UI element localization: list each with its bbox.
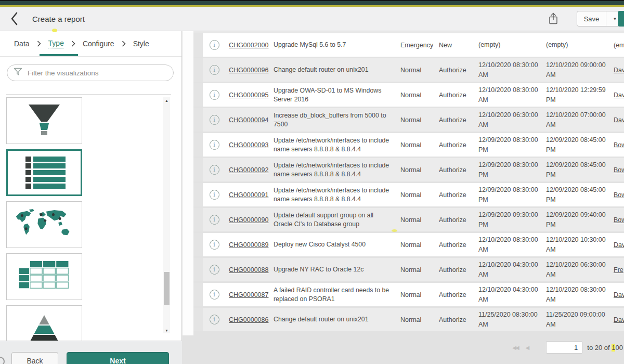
- viz-scrollbar[interactable]: ▲ ▼: [163, 97, 170, 333]
- change-number-link[interactable]: CHG0000095: [229, 92, 268, 99]
- short-description: Upgrade NY RAC to Oracle 12c: [274, 265, 363, 274]
- info-icon[interactable]: i: [210, 190, 219, 200]
- row-info-cell: i: [203, 33, 226, 57]
- short-description-cell: Change default router on unix201: [271, 308, 398, 331]
- planned-start-cell: 12/10/2020 06:30:00AM: [476, 108, 543, 132]
- assigned-to-link[interactable]: Fre: [614, 266, 623, 274]
- planned-end-cell: 12/10/2020 10:30:00AM: [543, 233, 610, 256]
- page-number-input[interactable]: [546, 341, 582, 354]
- assigned-to-cell: Bow: [610, 133, 624, 157]
- assigned-to-link[interactable]: Bow: [614, 141, 624, 149]
- assigned-to-link[interactable]: Bow: [614, 216, 624, 224]
- short-description: Upgrade MySql 5.6 to 5.7: [274, 41, 346, 49]
- change-number-link[interactable]: CHG0000088: [229, 266, 268, 274]
- info-icon[interactable]: i: [210, 90, 219, 100]
- short-description: Increase db_block_buffers from 5000 to 7…: [274, 111, 394, 128]
- scroll-down-icon[interactable]: ▼: [163, 327, 170, 333]
- change-number-link[interactable]: CHG0000094: [229, 116, 268, 124]
- viz-world-map[interactable]: [6, 201, 82, 248]
- assigned-to-cell: Dav: [610, 308, 624, 331]
- planned-end-value: 11/25/2020 09:00:00AM: [546, 310, 605, 329]
- assigned-to-link[interactable]: Dav: [614, 116, 624, 124]
- clipped-teal-button[interactable]: [618, 11, 624, 27]
- state-cell: Authorize: [436, 83, 476, 107]
- next-button[interactable]: Next: [67, 352, 169, 364]
- state-value: Authorize: [439, 266, 466, 274]
- info-icon[interactable]: i: [210, 65, 219, 75]
- step-configure[interactable]: Configure: [77, 31, 120, 56]
- row-info-cell: i: [203, 258, 226, 281]
- previous-page-icon[interactable]: ◀: [526, 345, 530, 350]
- viz-bar-list[interactable]: [6, 149, 82, 196]
- assigned-to-link[interactable]: Bow: [614, 166, 624, 174]
- change-number-link[interactable]: CHG0000091: [229, 191, 268, 199]
- help-icon[interactable]: [0, 357, 5, 364]
- back-chevron-icon[interactable]: [7, 10, 21, 27]
- info-icon[interactable]: i: [210, 40, 219, 50]
- info-icon[interactable]: i: [210, 290, 219, 300]
- step-type[interactable]: Type: [43, 31, 70, 56]
- viz-pyramid[interactable]: [6, 305, 82, 341]
- info-icon[interactable]: i: [210, 140, 219, 150]
- step-style[interactable]: Style: [127, 31, 155, 56]
- change-number-cell: CHG0002000: [226, 33, 271, 57]
- planned-end-value: 12/09/2020 08:45:00PM: [546, 160, 606, 179]
- share-icon[interactable]: [547, 11, 560, 27]
- assigned-to-link[interactable]: Bow: [614, 191, 624, 199]
- short-description: Update /etc/network/interfaces to includ…: [274, 136, 394, 153]
- change-number-link[interactable]: CHG0000087: [229, 291, 268, 298]
- scroll-up-icon[interactable]: ▲: [163, 97, 170, 103]
- assigned-to-cell: (empty): [610, 33, 624, 57]
- type-cell: Normal: [398, 233, 436, 256]
- assigned-to-link[interactable]: Dav: [614, 241, 624, 249]
- change-number-link[interactable]: CHG0000086: [229, 316, 268, 323]
- short-description-cell: Update /etc/network/interfaces to includ…: [271, 133, 398, 157]
- short-description: Update /etc/network/interfaces to includ…: [274, 186, 394, 203]
- first-page-icon[interactable]: ◀◀: [512, 345, 518, 350]
- assigned-to-link[interactable]: Dav: [614, 291, 624, 298]
- info-icon[interactable]: i: [210, 115, 219, 125]
- planned-end-cell: (empty): [543, 33, 610, 57]
- assigned-to-link[interactable]: Dav: [614, 316, 624, 323]
- table-row: i CHG0000089 Deploy new Cisco Catalyst 4…: [193, 233, 624, 256]
- change-number-link[interactable]: CHG0000093: [229, 141, 268, 149]
- assigned-to-link[interactable]: Dav: [614, 92, 624, 99]
- change-number-link[interactable]: CHG0000092: [229, 166, 268, 174]
- row-gutter: [193, 283, 203, 306]
- table-row: i CHG0000088 Upgrade NY RAC to Oracle 12…: [193, 258, 624, 281]
- planned-end-cell: 12/10/2020 06:30:00AM: [543, 258, 610, 281]
- change-number-link[interactable]: CHG0000096: [229, 67, 268, 74]
- row-gutter: [193, 258, 203, 281]
- scrollbar-thumb[interactable]: [164, 272, 170, 305]
- assigned-to-cell: Dav: [610, 108, 624, 132]
- info-icon[interactable]: i: [210, 240, 219, 250]
- info-icon[interactable]: i: [210, 165, 219, 175]
- planned-start-cell: (empty): [476, 33, 543, 57]
- state-value: Authorize: [439, 216, 466, 224]
- short-description-cell: Change default router on unix201: [271, 58, 398, 82]
- viz-heatmap-table[interactable]: [6, 253, 82, 300]
- info-icon[interactable]: i: [210, 315, 219, 324]
- change-number-link[interactable]: CHG0002000: [229, 42, 268, 49]
- filter-input[interactable]: [28, 69, 167, 77]
- type-value: Emergency: [400, 42, 433, 49]
- viz-funnel[interactable]: [6, 97, 82, 144]
- table-row: i CHG0000086 Change default router on un…: [193, 308, 624, 331]
- back-button[interactable]: Back: [11, 352, 58, 364]
- step-data[interactable]: Data: [8, 31, 35, 56]
- assigned-to-link[interactable]: Dav: [614, 67, 624, 74]
- type-value: Normal: [400, 266, 421, 274]
- info-icon[interactable]: i: [210, 265, 219, 275]
- save-button[interactable]: Save: [577, 11, 606, 26]
- change-number-cell: CHG0000086: [226, 308, 271, 331]
- change-number-link[interactable]: CHG0000090: [229, 216, 268, 224]
- info-icon[interactable]: i: [210, 215, 219, 225]
- planned-end-value: 12/10/2020 09:00:00AM: [546, 60, 606, 79]
- change-number-link[interactable]: CHG0000089: [229, 241, 268, 249]
- visualization-filter[interactable]: [7, 64, 174, 81]
- change-table-rows: i CHG0002000 Upgrade MySql 5.6 to 5.7 Em…: [193, 33, 624, 331]
- planned-start-value: 12/10/2020 08:30:00AM: [478, 235, 538, 254]
- planned-end-value: 12/10/2020 06:30:00AM: [546, 260, 606, 279]
- planned-end-value: 12/10/2020 08:30:00AM: [546, 285, 606, 304]
- row-info-cell: i: [203, 108, 226, 132]
